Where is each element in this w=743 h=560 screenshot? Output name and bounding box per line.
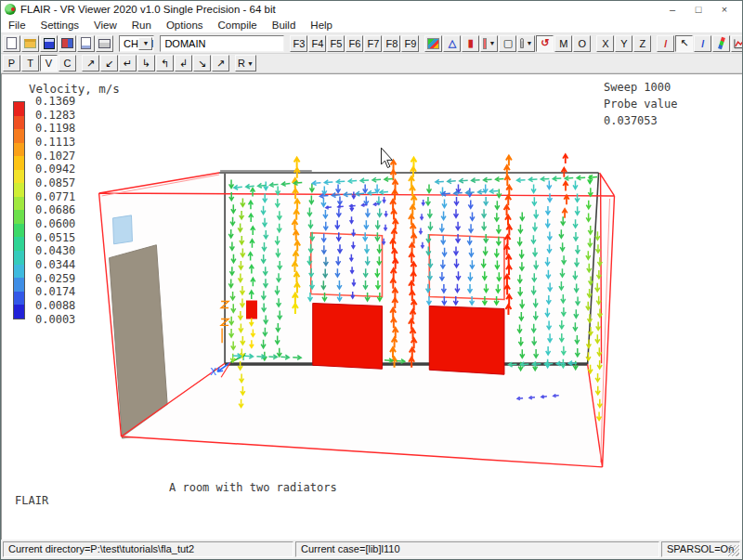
legend-value: 0.1027 (35, 150, 75, 163)
autorotate-button[interactable]: ↺ (536, 35, 554, 52)
legend-colorbar (13, 101, 25, 319)
save-icon (44, 38, 55, 49)
legend-value: 0.1113 (35, 136, 75, 150)
open-file-button[interactable] (21, 35, 39, 52)
probe-readout: Sweep 1000 Probe value 0.037053 (604, 79, 677, 129)
status-directory: Current directory=P:\test\tutorials\fla_… (3, 541, 293, 557)
legend-value: 0.0771 (35, 190, 75, 204)
fkey-button[interactable]: F7 (364, 35, 382, 52)
printer-icon (98, 39, 111, 48)
select-cursor-button[interactable]: ↖ (675, 35, 693, 52)
scene-3d[interactable]: X Y (2, 74, 742, 540)
fkey-button[interactable]: F8 (383, 35, 400, 52)
rotate-view-button[interactable]: ↗ (212, 55, 229, 72)
mesh-dropdown-arrow[interactable]: ▼ (489, 40, 495, 46)
fkey-button[interactable]: F5 (327, 35, 345, 52)
legend-value: 0.1369 (35, 95, 75, 109)
scene-caption: A room with two radiators (169, 481, 337, 494)
reset-dropdown-arrow[interactable]: ▼ (247, 60, 254, 67)
domain-field-wrap (160, 35, 284, 52)
viewer-canvas[interactable]: X Y Velocity, m/s 0.13690.12830.11980.11… (1, 73, 742, 540)
legend-value: 0.0430 (35, 244, 75, 258)
legend-value: 0.0857 (35, 176, 75, 190)
status-bar: Current directory=P:\test\tutorials\fla_… (1, 540, 742, 559)
save-button[interactable] (40, 35, 58, 52)
close-button[interactable]: × (718, 2, 731, 17)
view-mode-button[interactable]: T (21, 55, 39, 72)
contours-toggle-button[interactable]: △ (443, 35, 461, 52)
maximize-button[interactable]: □ (692, 2, 705, 17)
combo-dropdown-arrow[interactable]: ▼ (138, 37, 152, 50)
back-wall[interactable] (219, 173, 598, 364)
view-mode-button[interactable]: V (40, 55, 58, 72)
open-folder-icon (24, 39, 36, 48)
menu-item[interactable]: File (1, 19, 33, 32)
m-button[interactable]: M (554, 35, 572, 52)
resize-grip[interactable] (728, 545, 739, 556)
legend-title: Velocity, m/s (29, 82, 120, 96)
rotate-view-button[interactable]: ↳ (137, 55, 155, 72)
page-export-button[interactable] (77, 35, 95, 52)
probe-pen-button[interactable]: / (657, 35, 674, 52)
legend-value: 0.0942 (35, 163, 75, 176)
vectors-toggle-button[interactable] (424, 35, 442, 52)
reset-view-button[interactable]: R▼ (235, 55, 256, 72)
colorbar-button[interactable] (712, 35, 730, 52)
axis-button[interactable]: X (596, 35, 614, 52)
left-wall-window[interactable] (113, 215, 133, 244)
legend-color-cell (14, 156, 24, 170)
legend-value: 0.0686 (35, 203, 75, 217)
probe-value-label: Probe value (604, 96, 677, 112)
status-sparsol: SPARSOL=On (661, 541, 740, 557)
print-button[interactable] (96, 35, 113, 52)
radiator-left[interactable] (313, 304, 383, 370)
domain-input[interactable] (161, 36, 283, 51)
axis-button[interactable]: Y (615, 35, 632, 52)
legend-value: 0.1198 (35, 122, 75, 136)
menu-item[interactable]: Options (159, 19, 211, 32)
menu-item[interactable]: Help (303, 19, 340, 32)
sweep-counter: Sweep 1000 (604, 79, 677, 96)
axis-button[interactable]: Z (633, 35, 651, 52)
legend-color-cell (14, 237, 24, 251)
rotate-view-button[interactable]: ↵ (119, 55, 137, 72)
fkey-button[interactable]: F4 (308, 35, 326, 52)
rotate-view-button[interactable]: ↲ (175, 55, 192, 72)
fkey-button[interactable]: F9 (401, 35, 419, 52)
page-icon (81, 37, 91, 49)
rotate-view-button[interactable]: ↘ (193, 55, 211, 72)
app-window: FLAIR - VR Viewer 2020 v1.0 Single Preci… (0, 0, 743, 560)
rotate-view-button[interactable]: ↰ (156, 55, 174, 72)
vectors-icon (427, 38, 439, 49)
view-mode-button[interactable]: P (3, 55, 20, 72)
new-file-button[interactable] (3, 35, 20, 52)
heat-source-block[interactable] (246, 301, 257, 319)
rotate-view-button[interactable]: ↗ (82, 55, 99, 72)
legend-color-cell (14, 251, 24, 265)
menu-item[interactable]: Build (265, 19, 304, 32)
menu-item[interactable]: Compile (211, 19, 265, 32)
legend-color-cell (14, 305, 24, 319)
group-objects-button[interactable]: ▼ (517, 35, 535, 52)
annotate-pen-button[interactable]: / (694, 35, 711, 52)
view-mode-button[interactable]: C (59, 55, 76, 72)
fkey-button[interactable]: F6 (345, 35, 363, 52)
project-combo[interactable]: CHAM ▼ (119, 35, 154, 52)
radiator-right[interactable] (429, 306, 504, 375)
minimize-button[interactable]: – (666, 2, 679, 17)
outline-toggle-button[interactable]: ▢ (499, 35, 516, 52)
image-export-button[interactable] (59, 35, 76, 52)
mesh-toggle-button[interactable]: ▼ (480, 35, 498, 52)
menu-item[interactable]: Settings (33, 19, 87, 32)
rotate-view-button[interactable]: ↙ (100, 55, 118, 72)
fkey-button[interactable]: F3 (290, 35, 307, 52)
o-button[interactable]: O (573, 35, 591, 52)
menu-item[interactable]: View (86, 19, 124, 32)
probe-toggle-button[interactable]: ▮ (462, 35, 479, 52)
title-bar[interactable]: FLAIR - VR Viewer 2020 v1.0 Single Preci… (1, 1, 742, 18)
legend-value: 0.0088 (35, 299, 75, 313)
menu-item[interactable]: Run (124, 19, 159, 32)
group-dropdown-arrow[interactable]: ▼ (526, 40, 532, 46)
legend-color-cell (14, 183, 24, 197)
plot-chart-button[interactable] (731, 35, 743, 52)
